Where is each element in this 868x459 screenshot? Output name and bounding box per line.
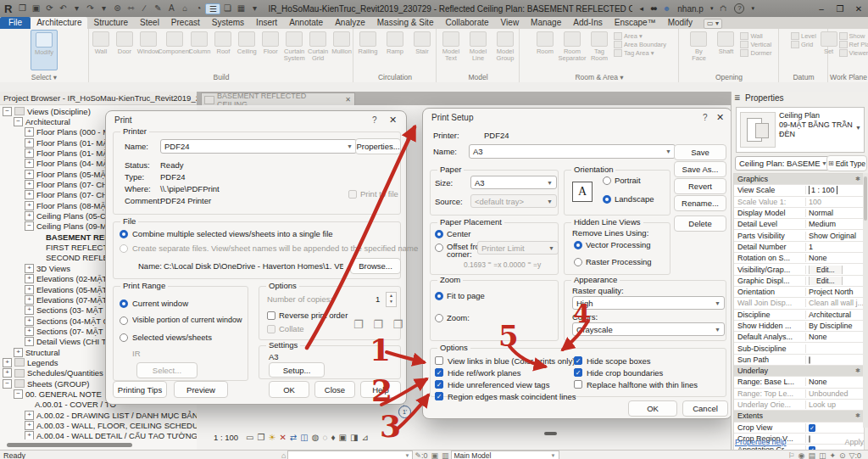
print-help-button[interactable]: Help [360, 381, 401, 398]
worksets-combo[interactable]: ▼ [287, 451, 413, 459]
raster-radio[interactable] [574, 258, 582, 266]
properties-scrollbar[interactable] [863, 173, 868, 428]
element-selector-combo[interactable]: Ceiling Plan: BASEME▼ [735, 156, 832, 171]
current-window-radio[interactable] [120, 299, 128, 308]
collate-checkbox[interactable] [267, 325, 275, 333]
tree-expander-icon[interactable]: + [14, 348, 23, 357]
property-checkbox[interactable]: ✓ [809, 424, 815, 432]
ribbon-button-modify[interactable]: Modify [31, 30, 58, 70]
ribbon-group-label-datum[interactable]: Datum [780, 73, 827, 81]
source-combo[interactable]: <default tray>▼ [470, 194, 557, 208]
preview-button[interactable]: Preview [174, 381, 228, 398]
tree-expander-icon[interactable]: + [25, 285, 34, 294]
property-row-display-model[interactable]: Display ModelNormal [734, 208, 864, 219]
ribbon-group-label-select[interactable]: Select ▾ [0, 73, 88, 81]
setup-ok-button[interactable]: OK [628, 400, 677, 417]
property-edit-button[interactable]: Edit... [809, 266, 843, 274]
print-to-file-checkbox[interactable] [348, 190, 357, 199]
property-row-detail-level[interactable]: Detail LevelMedium [734, 219, 864, 230]
ribbon-button-column[interactable]: Column [189, 30, 211, 70]
tree-expander-icon[interactable]: + [25, 264, 34, 273]
ribbon-button-wall[interactable]: Wall [740, 32, 771, 40]
filter-icon[interactable]: ▽:0 [849, 451, 861, 459]
back-icon[interactable]: ◂ [639, 4, 643, 13]
ribbon-tab-structure[interactable]: Structure [87, 17, 134, 29]
document-tab-close-icon[interactable]: ✕ [345, 96, 351, 104]
option-replace-halftone-with-thin-l[interactable]: Replace halftone with thin lines [574, 378, 698, 390]
ribbon-tab-architecture[interactable]: Architecture [31, 17, 87, 29]
undo-icon[interactable]: ↶ [56, 3, 70, 14]
tree-expander-icon[interactable]: + [25, 201, 34, 210]
property-row-graphic-displ[interactable]: Graphic Displ...Edit... [734, 276, 864, 287]
tree-expander-icon[interactable]: − [3, 379, 12, 389]
ribbon-tab-massing-site[interactable]: Massing & Site [371, 17, 440, 29]
user-menu-icon[interactable]: ▾ [710, 5, 714, 12]
tree-expander-icon[interactable]: + [25, 159, 34, 168]
ribbon-button-model-line[interactable]: ModelLine [465, 30, 491, 70]
setup-save-button[interactable]: Save [674, 144, 726, 160]
design-option-icon-2[interactable]: ▥ [442, 451, 449, 459]
default-3d-view-icon[interactable]: ⌂ [178, 3, 192, 14]
ribbon-button-vertical[interactable]: Vertical [740, 41, 771, 48]
status-icon-1[interactable]: ◉ [798, 451, 805, 459]
apply-button[interactable]: Apply [844, 438, 864, 446]
ribbon-group-label-circulation[interactable]: Circulation [354, 73, 436, 81]
property-row-visibility-grap[interactable]: Visibility/Grap...Edit... [734, 264, 864, 275]
user-icon[interactable]: ☻ [663, 4, 670, 13]
property-row-show-hidden[interactable]: Show Hidden ...By Discipline [734, 321, 864, 332]
tree-expander-icon[interactable]: + [25, 190, 34, 199]
ribbon-button-window[interactable]: Window [137, 30, 160, 70]
combine-radio[interactable] [120, 230, 128, 238]
property-row-underlay-orie[interactable]: Underlay Orie...Look up [734, 400, 864, 411]
setup-delete-button[interactable]: Delete [674, 216, 726, 232]
app-store-icon[interactable]: ⛫ [720, 4, 727, 13]
property-row-default-analys[interactable]: Default Analys...None [734, 332, 864, 343]
view-control-icon-4[interactable]: ⇄ [290, 433, 297, 442]
setup-name-combo[interactable]: A3▼ [469, 144, 676, 159]
section-pin-icon[interactable]: ✱ [855, 412, 860, 419]
ribbon-tab-collaborate[interactable]: Collaborate [439, 17, 494, 29]
tree-expander-icon[interactable]: + [25, 305, 34, 315]
ribbon-button-door[interactable]: Door [114, 30, 136, 70]
status-icon-2[interactable]: ▤ [808, 451, 815, 459]
tree-expander-icon[interactable]: + [25, 127, 34, 137]
setup-cancel-button[interactable]: Cancel [682, 400, 728, 417]
section-pin-icon[interactable]: ✱ [855, 176, 860, 182]
view-scale[interactable]: 1 : 100 [214, 433, 238, 442]
printing-tips-button[interactable]: Printing Tips [113, 381, 167, 398]
tree-expander-icon[interactable]: + [25, 316, 34, 326]
ribbon-button-ceiling[interactable]: Ceiling [236, 30, 258, 70]
revit-logo-icon[interactable]: R [4, 3, 12, 15]
property-row-discipline[interactable]: DisciplineArchitectural [734, 310, 864, 321]
view-control-icon-8[interactable]: ♦ [331, 433, 335, 442]
tree-expander-icon[interactable]: + [25, 170, 34, 179]
ribbon-tab-enscape[interactable]: Enscape™ [609, 17, 662, 29]
setup-revert-button[interactable]: Revert [674, 178, 726, 194]
ribbon-tab-steel[interactable]: Steel [134, 17, 165, 29]
vector-radio[interactable] [574, 241, 582, 249]
reverse-order-checkbox[interactable] [267, 311, 275, 320]
tag-icon[interactable]: ✎ [151, 3, 164, 14]
property-row-rotation-on-s[interactable]: Rotation on S...None [734, 253, 864, 264]
tree-item-a-00-04-wall-detail-c-u-t-o-t-[interactable]: +A.00.04 - WALL DETAIL / CẤU TẠO TƯỜNG S… [0, 431, 197, 439]
redo-icon[interactable]: ↷ [83, 3, 97, 14]
offset-combo[interactable]: Printer Limit▼ [477, 241, 559, 255]
ribbon-button-room-separator[interactable]: RoomSeparator [559, 30, 585, 70]
property-row-sun-path[interactable]: Sun Path [734, 355, 864, 366]
property-row-range-top-le[interactable]: Range: Top Le...Unbounded [734, 389, 864, 400]
property-row-range-base-l[interactable]: Range: Base L...None [734, 377, 864, 388]
view-control-icon-11[interactable]: ⊿ [361, 433, 368, 442]
thin-lines-icon[interactable]: ☰ [205, 3, 220, 14]
property-edit-button[interactable]: Edit... [809, 277, 843, 285]
redo-menu-icon[interactable]: ▾ [97, 3, 110, 14]
separate-radio[interactable] [120, 244, 128, 253]
select-button[interactable]: Select... [136, 362, 198, 378]
design-options-combo[interactable]: Main Model ▼ [451, 451, 559, 459]
ribbon-button-mullion[interactable]: Mullion [331, 30, 353, 70]
landscape-radio[interactable] [603, 195, 611, 204]
project-browser-hscrollbar[interactable] [7, 443, 132, 447]
view-links-in-blue-color-prints-only-checkbox[interactable] [435, 356, 443, 365]
panel-drag-handle[interactable] [544, 432, 557, 435]
close-hidden-windows-icon[interactable]: ❏ [220, 3, 234, 14]
tree-expander-icon[interactable]: + [25, 180, 34, 189]
